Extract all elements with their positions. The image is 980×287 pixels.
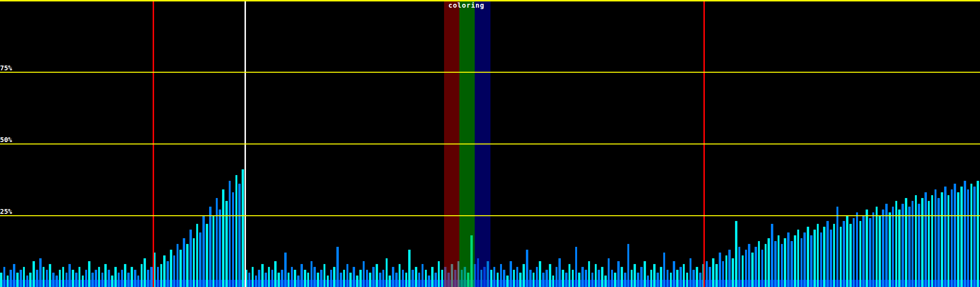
histogram-bar: [216, 198, 218, 287]
histogram-bar: [346, 264, 349, 287]
histogram-bar: [513, 270, 515, 287]
histogram-bar: [422, 264, 424, 287]
histogram-bar: [127, 273, 130, 287]
histogram-bar: [425, 270, 427, 287]
histogram-bar: [843, 221, 845, 287]
histogram-bar: [307, 273, 310, 287]
histogram-bar: [918, 204, 920, 287]
histogram-bar: [611, 270, 613, 287]
histogram-bar: [568, 264, 571, 287]
histogram-bar: [52, 273, 55, 287]
histogram-bar: [229, 181, 231, 287]
histogram-bar: [62, 267, 65, 287]
histogram-bar: [26, 276, 29, 287]
histogram-bar: [222, 189, 224, 287]
tick-label-75: 75%: [0, 65, 12, 71]
histogram-bar: [738, 247, 741, 287]
histogram-bar: [33, 261, 35, 287]
histogram-bar: [810, 235, 813, 287]
histogram-bar: [650, 270, 653, 287]
histogram-bar: [95, 270, 97, 287]
histogram-bar: [542, 273, 545, 287]
histogram-bar: [859, 221, 862, 287]
histogram-bar: [68, 264, 71, 287]
histogram-bar: [108, 270, 110, 287]
histogram-bar: [634, 264, 636, 287]
histogram-bar: [304, 270, 306, 287]
histogram-bar: [935, 189, 937, 287]
histogram-bar: [973, 187, 976, 287]
histogram-bar: [872, 212, 875, 287]
histogram-bar: [692, 270, 695, 287]
histogram-bar: [866, 210, 868, 287]
histogram-bar: [98, 267, 100, 287]
histogram-bar: [418, 273, 421, 287]
histogram-bar: [604, 276, 607, 287]
histogram-bar: [16, 273, 19, 287]
histogram-bar: [787, 232, 790, 287]
histogram-bar: [248, 273, 251, 287]
histogram-bar: [558, 258, 561, 287]
histogram-bar: [114, 267, 117, 287]
histogram-bar: [363, 261, 365, 287]
histogram-bar: [840, 227, 842, 287]
histogram-bar: [235, 175, 238, 287]
histogram-bar: [386, 258, 388, 287]
histogram-bar: [970, 184, 973, 287]
histogram-bar: [225, 201, 228, 287]
histogram-canvas: 75% 50% 25% coloring: [0, 0, 980, 287]
histogram-bar: [271, 270, 274, 287]
histogram-bar: [657, 273, 659, 287]
histogram-bar: [745, 250, 747, 287]
histogram-bar: [359, 270, 362, 287]
histogram-bar: [621, 267, 623, 287]
histogram-bar: [389, 276, 391, 287]
histogram-bar: [679, 267, 682, 287]
histogram-bar: [768, 238, 770, 287]
histogram-bar: [836, 207, 839, 287]
histogram-bar: [892, 207, 894, 287]
histogram-bar: [964, 181, 966, 287]
histogram-bar: [376, 264, 378, 287]
histogram-bar: [742, 255, 744, 287]
histogram-bar: [78, 267, 81, 287]
histogram-bar: [581, 267, 584, 287]
histogram-bar: [774, 241, 777, 287]
histogram-bar: [134, 270, 136, 287]
histogram-bar: [49, 264, 51, 287]
histogram-bar: [500, 264, 502, 287]
histogram-bar: [209, 207, 212, 287]
histogram-bar: [288, 273, 290, 287]
histogram-bar: [921, 198, 924, 287]
histogram-bar: [91, 273, 94, 287]
histogram-bar: [653, 264, 656, 287]
histogram-bar: [614, 273, 616, 287]
histogram-bar: [882, 210, 884, 287]
histogram-bar: [10, 270, 12, 287]
histogram-bar: [137, 276, 140, 287]
histogram-bar: [529, 270, 532, 287]
histogram-bar: [147, 270, 149, 287]
histogram-bar: [320, 270, 323, 287]
histogram-bar: [905, 198, 907, 287]
histogram-bar: [177, 244, 179, 287]
histogram-bar: [533, 273, 535, 287]
histogram-bar: [686, 273, 689, 287]
histogram-bar: [43, 267, 45, 287]
histogram-bar: [281, 270, 283, 287]
histogram-bar: [506, 276, 509, 287]
histogram-bar: [967, 189, 969, 287]
histogram-bar: [46, 270, 48, 287]
histogram-bar: [549, 264, 551, 287]
histogram-bar: [431, 267, 434, 287]
histogram-bar: [88, 261, 90, 287]
histogram-bar: [889, 212, 891, 287]
histogram-bar: [660, 267, 662, 287]
histogram-bar: [947, 195, 950, 287]
histogram-bar: [255, 276, 257, 287]
histogram-bar: [784, 238, 786, 287]
histogram-bar: [3, 267, 6, 287]
gridline-75: [0, 72, 980, 73]
histogram-bar: [150, 267, 153, 287]
histogram-bar: [712, 258, 714, 287]
